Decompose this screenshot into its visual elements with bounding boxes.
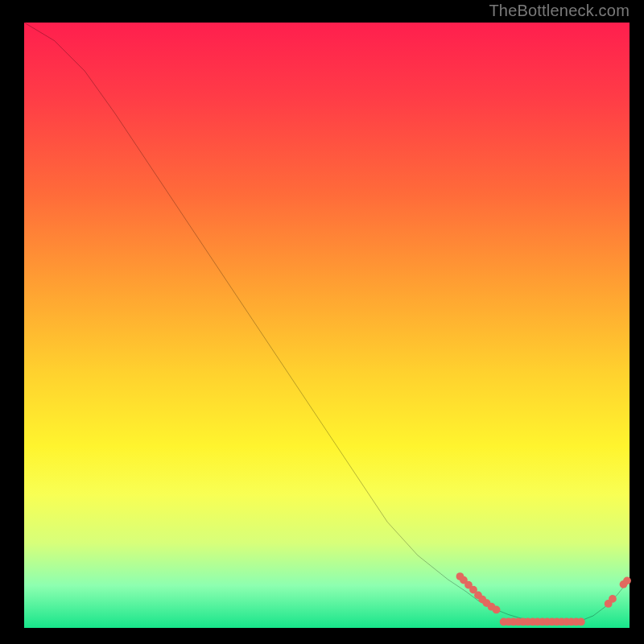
plot-area bbox=[24, 23, 630, 628]
data-point bbox=[609, 595, 617, 603]
series-markers bbox=[456, 572, 631, 625]
chart-svg bbox=[24, 23, 630, 628]
watermark-text: TheBottleneck.com bbox=[489, 2, 630, 20]
data-point bbox=[493, 606, 501, 614]
chart-container: TheBottleneck.com bbox=[0, 0, 644, 644]
data-point bbox=[623, 576, 631, 584]
data-point bbox=[577, 618, 585, 626]
series-line bbox=[24, 23, 630, 621]
